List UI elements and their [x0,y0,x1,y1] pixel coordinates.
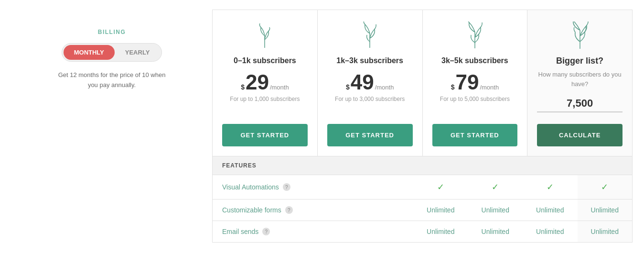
feature-val-forms-1: Unlimited [413,199,468,221]
plan-3-5k-amount: 79 [455,72,479,93]
plan-0-1k-period: /month [270,84,289,91]
feature-val-visual-automations-4: ✓ [578,175,633,199]
feature-label-customizable-forms: Customizable forms ? [213,199,413,221]
feature-label-text-email-sends: Email sends [222,228,258,235]
unlimited-email-4: Unlimited [591,228,619,235]
plan-1-3k-dollar: $ [346,83,350,91]
feature-val-visual-automations-2: ✓ [468,175,523,199]
features-header-label: FEATURES [213,156,413,175]
plant-icon-small [250,22,279,50]
features-header-col-1 [413,156,468,175]
plans-row: 0–1k subscribers $ 29 /month For up to 1… [212,10,633,156]
check-icon-3: ✓ [547,182,554,192]
plan-1-3k-subscribers: For up to 3,000 subscribers [335,96,405,102]
info-icon-customizable-forms[interactable]: ? [285,206,293,214]
plan-3-5k-price-row: $ 79 /month [451,72,499,93]
plan-0-1k-cta-button[interactable]: GET STARTED [222,124,308,146]
plan-3-5k-title: 3k–5k subscribers [441,56,508,66]
yearly-toggle-btn[interactable]: YEARLY [115,45,161,60]
billing-panel: BILLING MONTHLY YEARLY Get 12 months for… [11,10,212,243]
feature-val-email-2: Unlimited [468,221,523,242]
features-header-row: FEATURES [212,156,633,175]
feature-val-visual-automations-1: ✓ [413,175,468,199]
feature-val-email-1: Unlimited [413,221,468,242]
info-icon-visual-automations[interactable]: ? [283,183,290,191]
plan-3-5k: 3k–5k subscribers $ 79 /month For up to … [422,10,527,156]
feature-val-forms-2: Unlimited [468,199,523,221]
feature-label-text-visual-automations: Visual Automations [222,183,279,191]
billing-note: Get 12 months for the price of 10 when y… [54,70,169,90]
feature-label-visual-automations: Visual Automations ? [213,175,413,199]
plan-0-1k-title: 0–1k subscribers [234,56,296,66]
subscriber-count-input[interactable] [537,95,623,112]
pricing-wrapper: BILLING MONTHLY YEARLY Get 12 months for… [11,10,633,243]
feature-row-customizable-forms: Customizable forms ? Unlimited Unlimited… [212,199,633,221]
plans-area: 0–1k subscribers $ 29 /month For up to 1… [212,10,633,243]
info-icon-email-sends[interactable]: ? [262,228,270,235]
feature-val-email-4: Unlimited [578,221,633,242]
plan-1-3k-cta-button[interactable]: GET STARTED [327,124,413,146]
monthly-toggle-btn[interactable]: MONTHLY [64,45,115,60]
billing-label: BILLING [98,29,126,35]
features-header-col-4 [578,156,633,175]
unlimited-forms-4: Unlimited [591,206,619,214]
plan-1-3k-price-row: $ 49 /month [346,72,394,93]
plan-0-1k-subscribers: For up to 1,000 subscribers [230,96,300,102]
plan-3-5k-cta-button[interactable]: GET STARTED [432,124,518,146]
check-icon-1: ✓ [437,182,444,192]
feature-val-forms-4: Unlimited [578,199,633,221]
bigger-list-subtitle: How many subscribers do you have? [537,70,623,89]
features-header-col-3 [523,156,578,175]
plant-icon-xlarge [566,22,594,50]
plan-1-3k-title: 1k–3k subscribers [336,56,403,66]
plant-icon-large [461,22,489,50]
plan-0-1k-amount: 29 [246,72,269,93]
unlimited-email-1: Unlimited [427,228,454,235]
features-section: FEATURES Visual Automations ? ✓ ✓ [212,156,633,243]
feature-val-visual-automations-3: ✓ [523,175,578,199]
plan-0-1k-dollar: $ [241,83,245,91]
bigger-list-title: Bigger list? [556,56,603,66]
plan-1-3k-amount: 49 [351,72,374,93]
feature-row-visual-automations: Visual Automations ? ✓ ✓ ✓ ✓ [212,175,633,199]
check-icon-4: ✓ [601,182,608,192]
plan-0-1k-price-row: $ 29 /month [241,72,289,93]
unlimited-forms-3: Unlimited [536,206,564,214]
plan-3-5k-dollar: $ [451,83,455,91]
check-icon-2: ✓ [492,182,499,192]
unlimited-email-3: Unlimited [536,228,564,235]
feature-label-email-sends: Email sends ? [213,221,413,242]
plan-0-1k: 0–1k subscribers $ 29 /month For up to 1… [212,10,317,156]
feature-val-forms-3: Unlimited [523,199,578,221]
unlimited-forms-1: Unlimited [427,206,454,214]
calculate-button[interactable]: CALCULATE [537,124,623,146]
feature-label-text-customizable-forms: Customizable forms [222,206,281,214]
billing-toggle: MONTHLY YEARLY [62,43,162,62]
features-header-col-2 [468,156,523,175]
plan-3-5k-subscribers: For up to 5,000 subscribers [440,96,510,102]
plant-icon-medium [355,22,384,50]
plan-1-3k-period: /month [375,84,394,91]
feature-row-email-sends: Email sends ? Unlimited Unlimited Unlimi… [212,221,633,243]
plan-3-5k-period: /month [480,84,499,91]
bigger-list-plan: Bigger list? How many subscribers do you… [527,10,633,156]
unlimited-email-2: Unlimited [482,228,509,235]
unlimited-forms-2: Unlimited [482,206,509,214]
plan-1-3k: 1k–3k subscribers $ 49 /month For up to … [317,10,422,156]
feature-val-email-3: Unlimited [523,221,578,242]
